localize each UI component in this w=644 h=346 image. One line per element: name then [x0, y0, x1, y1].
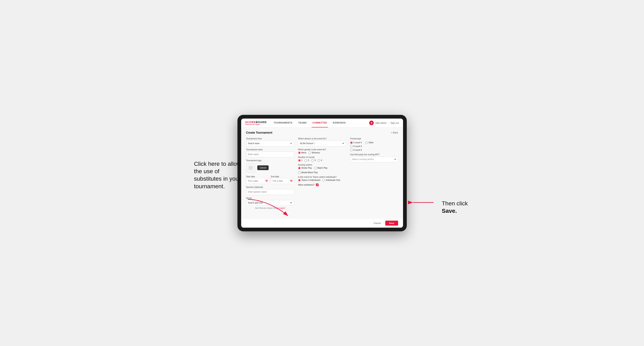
scoring-radio-group: Stroke Play Match Play Medal Match Play — [298, 167, 346, 174]
format-5count4[interactable]: 5 count 4 — [350, 142, 362, 144]
tournament-logo-label: Tournament logo — [246, 159, 294, 162]
scoring-medal[interactable]: Medal Match Play — [298, 171, 318, 174]
sponsor-label: Sponsor (optional) — [246, 186, 294, 188]
tournament-name-label: Tournament name — [246, 149, 294, 151]
format-5count4-radio[interactable] — [350, 142, 353, 144]
rounds-3-radio[interactable] — [311, 159, 314, 162]
rounds-4-radio[interactable] — [318, 159, 320, 162]
back-link[interactable]: < Back — [391, 131, 398, 134]
nav-user: B blair admin | Sign out — [369, 121, 399, 125]
rounds-2-radio[interactable] — [304, 159, 307, 162]
avatar: B — [369, 121, 374, 125]
logo-scoreboard: SCORESCOREBOARDBOARD — [245, 121, 267, 124]
gender-label: Which gender is the event for? — [298, 149, 346, 151]
format-6count5[interactable]: 6 count 5 — [350, 149, 362, 151]
nav-tournaments[interactable]: TOURNAMENTS — [273, 119, 293, 128]
cancel-button[interactable]: Cancel — [371, 221, 383, 226]
logo-powered: Powered by clippd — [245, 124, 267, 125]
calendar-icon: 📅 — [265, 179, 268, 182]
tournament-host-field: Tournament Host Search team — [246, 138, 294, 146]
format-row-1: 5 count 4 Other — [350, 142, 398, 144]
gender-field: Which gender is the event for? Mens Wome… — [298, 149, 346, 154]
scoring-match[interactable]: Match Play — [314, 167, 328, 169]
scoring-match-radio[interactable] — [314, 167, 316, 169]
date-fields: Start date 📅 End date — [246, 174, 294, 184]
tournament-host-label: Tournament Host — [246, 138, 294, 140]
scoring-stroke-radio[interactable] — [298, 167, 301, 169]
start-date-group: Start date 📅 — [246, 174, 269, 184]
page-title: Create Tournament — [246, 131, 272, 134]
event-teams-radio[interactable] — [298, 179, 301, 181]
event-teams[interactable]: Teams (+Individuals) — [298, 179, 320, 181]
scoring-medal-radio[interactable] — [298, 171, 301, 174]
format-6count4-radio[interactable] — [350, 145, 353, 148]
scoring-stroke[interactable]: Stroke Play — [298, 167, 312, 169]
calendar-icon-2: 📅 — [290, 179, 293, 182]
tournament-name-field: Tournament name — [246, 149, 294, 157]
nav-rankings[interactable]: RANKINGS — [332, 119, 347, 128]
form-footer: Cancel Save — [241, 218, 403, 228]
allow-substitutes-row: Allow substitutes? — [298, 183, 346, 186]
event-type-label: Is this event for Teams and/or Individua… — [298, 176, 346, 178]
gender-womens[interactable]: Womens — [308, 152, 320, 154]
scoring-label: Scoring system — [298, 164, 346, 166]
form-col-2: Which division is the event for? NCAA Di… — [298, 138, 346, 209]
signout-link[interactable]: Sign out — [390, 122, 399, 124]
division-field: Which division is the event for? NCAA Di… — [298, 138, 346, 146]
rounds-field: Number of rounds 1 2 — [298, 156, 346, 162]
arrow-left-svg — [248, 197, 289, 218]
annotation-right-line1: Then click — [442, 200, 468, 207]
nav-links: TOURNAMENTS TEAMS COMMITTEE RANKINGS — [273, 119, 369, 128]
format-6count5-radio[interactable] — [350, 149, 353, 151]
rounds-radio-group: 1 2 3 — [298, 159, 346, 162]
page-header: Create Tournament < Back — [246, 131, 398, 134]
date-row: Start date 📅 End date — [246, 174, 294, 184]
division-label: Which division is the event for? — [298, 138, 346, 140]
gender-mens[interactable]: Mens — [298, 152, 306, 154]
event-type-radio-group: Teams (+Individuals) Individuals Only — [298, 179, 346, 181]
form-col-3: Format type 5 count 4 Other — [350, 138, 398, 209]
rounds-1-radio[interactable] — [298, 159, 301, 162]
tournament-name-input[interactable] — [246, 152, 294, 157]
annotation-left-text: Click here to allow the use of substitut… — [194, 161, 241, 189]
logo: SCORESCOREBOARDBOARD Powered by clippd — [245, 121, 267, 125]
gender-womens-radio[interactable] — [308, 152, 311, 154]
format-other[interactable]: Other — [365, 142, 374, 144]
annotation-left: Click here to allow the use of substitut… — [194, 160, 248, 190]
format-other-radio[interactable] — [365, 142, 368, 144]
rounds-1[interactable]: 1 — [298, 159, 303, 162]
event-individuals[interactable]: Individuals Only — [322, 179, 340, 181]
nav-committee[interactable]: COMMITTEE — [312, 119, 328, 128]
upload-button[interactable]: Upload — [257, 165, 269, 170]
rounds-4[interactable]: 4 — [318, 159, 322, 162]
end-date-label: End date — [271, 175, 279, 178]
image-icon — [248, 166, 253, 170]
scoring-field: Scoring system Stroke Play Match Play — [298, 164, 346, 174]
division-select[interactable]: NCAA Division I — [298, 141, 346, 146]
scoring-api-label: Use third-party live scoring API? — [350, 154, 398, 156]
event-individuals-radio[interactable] — [322, 179, 325, 181]
annotation-right-line2: Save. — [442, 208, 457, 214]
rounds-2[interactable]: 2 — [304, 159, 309, 162]
scoring-api-field: Use third-party live scoring API? Select… — [350, 154, 398, 162]
logo-upload-area: Upload — [246, 163, 294, 173]
nav-teams[interactable]: TEAMS — [297, 119, 308, 128]
format-6count4[interactable]: 6 count 4 — [350, 145, 362, 148]
allow-substitutes-checkbox[interactable] — [316, 183, 318, 186]
page-wrapper: Click here to allow the use of substitut… — [198, 115, 446, 231]
logo-scoreboard-red: SCORE — [245, 121, 256, 124]
allow-substitutes-label: Allow substitutes? — [298, 184, 315, 186]
annotation-right: Then click Save. — [442, 200, 483, 215]
scoring-api-select[interactable]: Select a scoring service — [350, 157, 398, 162]
tournament-logo-field: Tournament logo Upload — [246, 159, 294, 173]
format-type-options: 5 count 4 Other — [350, 142, 398, 151]
format-row-2: 6 count 4 — [350, 145, 398, 148]
rounds-3[interactable]: 3 — [311, 159, 316, 162]
format-row-3: 6 count 5 — [350, 149, 398, 151]
save-button[interactable]: Save — [385, 221, 398, 226]
allow-substitutes-field: Allow substitutes? — [298, 183, 346, 186]
sponsor-input[interactable] — [246, 189, 294, 195]
gender-mens-radio[interactable] — [298, 152, 301, 154]
tournament-host-input[interactable]: Search team — [246, 141, 294, 146]
sponsor-field: Sponsor (optional) — [246, 186, 294, 195]
